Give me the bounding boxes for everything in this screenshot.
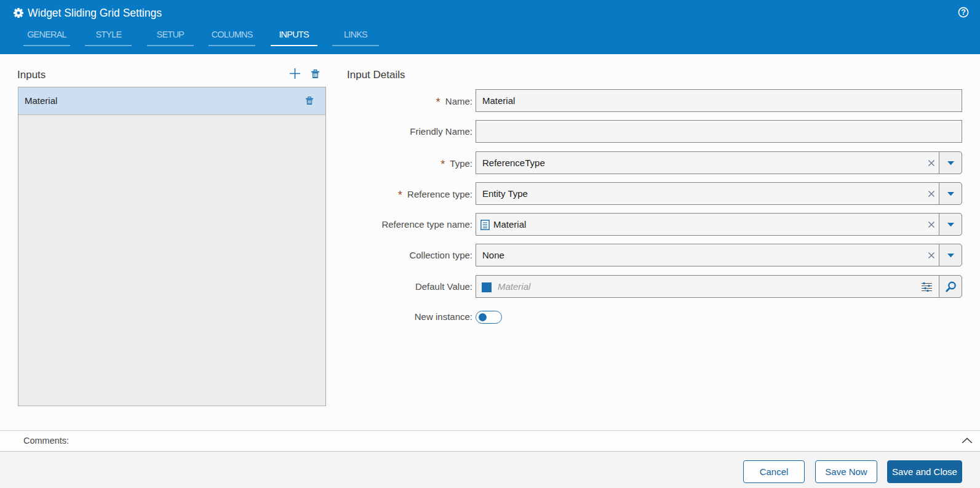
svg-text:?: ?	[961, 8, 966, 17]
